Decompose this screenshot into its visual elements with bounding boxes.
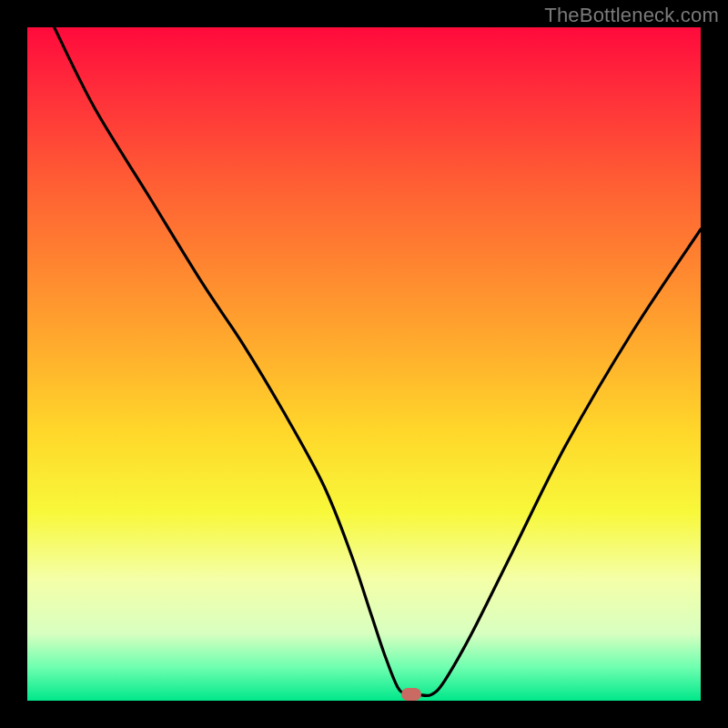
plot-area (27, 27, 701, 701)
bottleneck-curve (27, 27, 701, 701)
optimum-marker (401, 688, 421, 701)
curve-path (55, 27, 701, 695)
watermark-text: TheBottleneck.com (544, 4, 719, 27)
chart-frame: TheBottleneck.com (0, 0, 728, 728)
